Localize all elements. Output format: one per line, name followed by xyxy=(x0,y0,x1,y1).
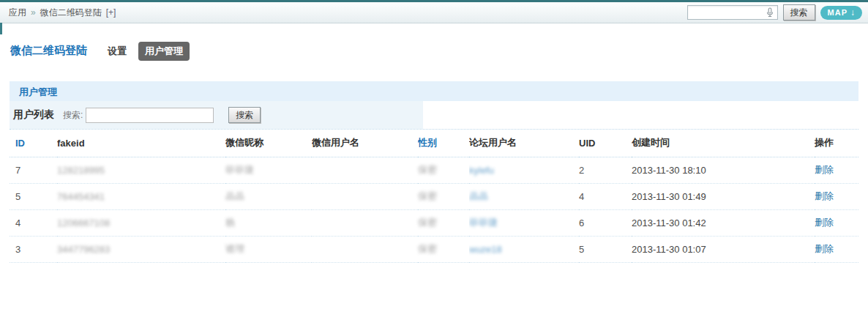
breadcrumb-expand-toggle[interactable]: [+] xyxy=(106,7,116,18)
cell-created: 2013-11-30 01:07 xyxy=(632,236,815,262)
breadcrumb: 应用 » 微信二维码登陆 [+] xyxy=(9,7,116,19)
user-search-input[interactable] xyxy=(86,108,214,123)
admin-page: 应用 » 微信二维码登陆 [+] 搜索 MAP ↓ 微信二维码登 xyxy=(0,0,868,320)
table-row: 3 3447796283 谁理 保密 wuze18 5 2013-11-30 0… xyxy=(10,236,858,262)
page-title: 微信二维码登陆 xyxy=(10,44,87,58)
cell-uid: 2 xyxy=(579,157,632,183)
cell-uid: 5 xyxy=(579,236,632,262)
table-row: 5 764454341 晶晶 保密 晶晶 4 2013-11-30 01:49 … xyxy=(10,183,858,209)
cell-id: 3 xyxy=(10,236,57,262)
cell-fakeid: 764454341 xyxy=(57,183,225,209)
cell-id: 4 xyxy=(10,209,57,236)
cell-id: 7 xyxy=(10,157,57,183)
cell-created: 2013-11-30 01:49 xyxy=(632,183,815,209)
breadcrumb-separator: » xyxy=(31,7,36,18)
forum-user-link[interactable]: wuze18 xyxy=(469,244,502,255)
col-header-id[interactable]: ID xyxy=(10,130,57,157)
forum-user-link[interactable]: 晶晶 xyxy=(469,190,488,201)
cell-fakeid: 1206667108 xyxy=(57,209,225,236)
delete-link[interactable]: 删除 xyxy=(815,190,834,201)
cell-uid: 4 xyxy=(579,183,632,209)
delete-link[interactable]: 删除 xyxy=(815,217,834,228)
col-header-uid: UID xyxy=(579,130,632,157)
cell-fakeid: 128218995 xyxy=(57,157,225,183)
col-header-gender[interactable]: 性别 xyxy=(418,130,469,157)
left-accent-bar xyxy=(0,23,2,34)
tab-settings[interactable]: 设置 xyxy=(108,45,127,58)
table-row: 4 1206667108 杨 保密 菲菲捷 6 2013-11-30 01:42… xyxy=(10,209,858,236)
cell-fakeid: 3447796283 xyxy=(57,236,225,262)
microphone-icon[interactable] xyxy=(765,7,775,18)
tab-user-management[interactable]: 用户管理 xyxy=(138,42,190,61)
filter-row: 用户列表 搜索: 搜索 xyxy=(10,101,858,130)
section-heading: 用户管理 xyxy=(10,81,858,101)
map-button-label: MAP xyxy=(828,8,848,17)
cell-id: 5 xyxy=(10,183,57,209)
cell-wx-nickname: 晶晶 xyxy=(225,183,312,209)
user-table: ID fakeid 微信昵称 微信用户名 性别 论坛用户名 UID 创建时间 操… xyxy=(10,130,858,263)
cell-wx-username xyxy=(312,157,418,183)
cell-wx-nickname: 谁理 xyxy=(225,236,312,262)
down-arrow-icon: ↓ xyxy=(850,7,855,18)
global-search-button[interactable]: 搜索 xyxy=(783,4,815,21)
cell-created: 2013-11-30 18:10 xyxy=(632,157,815,183)
col-header-wx-username: 微信用户名 xyxy=(312,130,418,157)
top-header-bar: 应用 » 微信二维码登陆 [+] 搜索 MAP ↓ xyxy=(0,2,868,23)
filter-left-cell: 用户列表 搜索: 搜索 xyxy=(10,101,423,129)
cell-gender: 保密 xyxy=(418,236,469,262)
user-search-button[interactable]: 搜索 xyxy=(228,107,261,123)
forum-user-link[interactable]: 菲菲捷 xyxy=(469,217,498,228)
cell-gender: 保密 xyxy=(418,209,469,236)
header-controls: 搜索 MAP ↓ xyxy=(687,4,862,21)
col-header-actions: 操作 xyxy=(815,130,858,157)
col-header-wx-nickname: 微信昵称 xyxy=(225,130,312,157)
cell-wx-username xyxy=(312,209,418,236)
cell-created: 2013-11-30 01:42 xyxy=(632,209,815,236)
cell-wx-nickname: 菲菲捷 xyxy=(225,157,312,183)
plugin-title-row: 微信二维码登陆 设置 用户管理 xyxy=(0,23,868,63)
col-header-forum-user: 论坛用户名 xyxy=(469,130,579,157)
forum-user-link[interactable]: kylefu xyxy=(469,165,494,176)
table-header-row: ID fakeid 微信昵称 微信用户名 性别 论坛用户名 UID 创建时间 操… xyxy=(10,130,858,157)
breadcrumb-root[interactable]: 应用 xyxy=(9,7,26,19)
col-header-fakeid: fakeid xyxy=(57,130,225,157)
cell-gender: 保密 xyxy=(418,183,469,209)
cell-wx-username xyxy=(312,236,418,262)
map-button[interactable]: MAP ↓ xyxy=(820,6,862,20)
search-label: 搜索: xyxy=(63,109,83,122)
col-header-created: 创建时间 xyxy=(632,130,815,157)
cell-uid: 6 xyxy=(579,209,632,236)
list-title: 用户列表 xyxy=(13,108,54,122)
filter-right-cell xyxy=(423,101,858,129)
cell-wx-username xyxy=(312,183,418,209)
cell-wx-nickname: 杨 xyxy=(225,209,312,236)
table-row: 7 128218995 菲菲捷 保密 kylefu 2 2013-11-30 1… xyxy=(10,157,858,183)
cell-gender: 保密 xyxy=(418,157,469,183)
delete-link[interactable]: 删除 xyxy=(815,164,834,175)
global-search-wrap xyxy=(687,5,778,20)
breadcrumb-current: 微信二维码登陆 xyxy=(40,7,102,19)
delete-link[interactable]: 删除 xyxy=(815,243,834,254)
